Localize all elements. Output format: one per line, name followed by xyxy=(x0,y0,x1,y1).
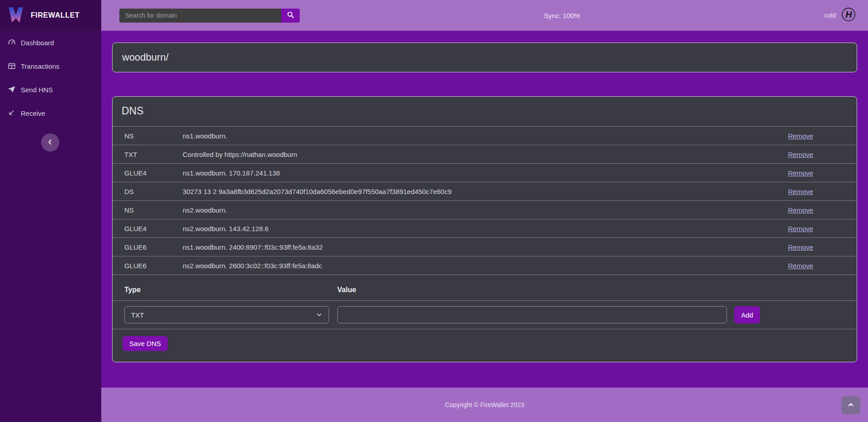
handshake-logo-icon[interactable]: H xyxy=(841,7,856,24)
record-remove-link[interactable]: Remove xyxy=(788,243,813,251)
svg-text:H: H xyxy=(845,9,852,19)
record-value: ns1.woodburn. 170.187.241.138 xyxy=(183,169,788,177)
record-remove-link[interactable]: Remove xyxy=(788,169,813,177)
sidebar-item-label: Dashboard xyxy=(21,39,54,47)
sidebar-item-receive[interactable]: Receive xyxy=(0,101,101,125)
record-remove-link[interactable]: Remove xyxy=(788,225,813,232)
firewallet-app: FIREWALLET Dashboard xyxy=(0,0,868,422)
record-remove-link[interactable]: Remove xyxy=(788,206,813,214)
dns-record-row: GLUE4 ns2.woodburn. 143.42.128.6 Remove xyxy=(113,219,857,238)
gauge-icon xyxy=(8,38,16,47)
record-value: 30273 13 2 9a3a8fb3d625d2a2073d740f10da6… xyxy=(183,188,788,195)
record-type: GLUE6 xyxy=(113,262,183,270)
record-type: GLUE6 xyxy=(113,243,183,251)
dns-panel-title: DNS xyxy=(113,97,857,127)
value-column-header: Value xyxy=(337,286,857,294)
record-value: ns1.woodburn. xyxy=(183,132,788,140)
firewallet-logo-icon xyxy=(6,5,25,26)
domain-search xyxy=(119,9,300,23)
search-input[interactable] xyxy=(119,9,281,23)
domain-title-panel: woodburn/ xyxy=(112,43,857,72)
record-type: GLUE4 xyxy=(113,225,183,232)
sidebar-item-label: Send HNS xyxy=(21,86,53,94)
footer: Copyright © FireWallet 2023 xyxy=(101,388,868,422)
topbar: Sync: 100% cold H xyxy=(101,0,868,31)
dns-record-row: NS ns2.woodburn. Remove xyxy=(113,201,857,219)
record-value: ns2.woodburn. 2600:3c02::f03c:93ff:fe5a:… xyxy=(183,262,788,270)
record-type: NS xyxy=(113,206,183,214)
record-value: ns1.woodburn. 2400:8907::f03c:93ff:fe5a:… xyxy=(183,243,788,251)
dns-form-header: Type Value xyxy=(113,275,857,301)
sidebar-nav: Dashboard Transactions S xyxy=(0,31,101,125)
record-value: ns2.woodburn. 143.42.128.6 xyxy=(183,225,788,232)
sidebar-item-transactions[interactable]: Transactions xyxy=(0,54,101,78)
record-remove-link[interactable]: Remove xyxy=(788,132,813,140)
table-icon xyxy=(8,62,16,70)
dns-record-row: NS ns1.woodburn. Remove xyxy=(113,127,857,145)
dns-record-row: GLUE6 ns2.woodburn. 2600:3c02::f03c:93ff… xyxy=(113,256,857,275)
save-dns-row: Save DNS xyxy=(113,329,857,362)
sidebar-item-dashboard[interactable]: Dashboard xyxy=(0,31,101,54)
record-type-select[interactable]: TXT xyxy=(124,306,329,323)
wallet-mode-badge: cold xyxy=(824,12,836,19)
chevron-left-icon xyxy=(46,138,55,148)
wallet-status: cold H xyxy=(824,7,856,24)
type-column-header: Type xyxy=(113,286,337,294)
dns-record-row: TXT Controlled by https://nathan.woodbur… xyxy=(113,145,857,164)
paper-plane-icon xyxy=(8,85,16,94)
sidebar-item-send-hns[interactable]: Send HNS xyxy=(0,78,101,101)
dns-record-row: GLUE6 ns1.woodburn. 2400:8907::f03c:93ff… xyxy=(113,238,857,256)
domain-title: woodburn/ xyxy=(122,52,169,63)
brand-name: FIREWALLET xyxy=(31,11,80,19)
record-remove-link[interactable]: Remove xyxy=(788,262,813,270)
dns-add-record-row: TXT Add xyxy=(113,301,857,329)
add-record-button[interactable]: Add xyxy=(734,306,760,323)
dns-record-row: DS 30273 13 2 9a3a8fb3d625d2a2073d740f10… xyxy=(113,182,857,201)
sidebar: FIREWALLET Dashboard xyxy=(0,0,101,422)
dns-record-row: GLUE4 ns1.woodburn. 170.187.241.138 Remo… xyxy=(113,164,857,182)
sidebar-collapse-button[interactable] xyxy=(41,133,59,152)
dns-records: NS ns1.woodburn. Remove TXT Controlled b… xyxy=(113,127,857,275)
record-type: TXT xyxy=(113,151,183,158)
sidebar-item-label: Transactions xyxy=(21,62,59,70)
arrow-down-left-icon xyxy=(8,109,16,117)
search-icon xyxy=(287,11,295,20)
record-type: GLUE4 xyxy=(113,169,183,177)
search-button[interactable] xyxy=(281,9,300,23)
sync-status: Sync: 100% xyxy=(544,12,580,19)
copyright-text: Copyright © FireWallet 2023 xyxy=(445,401,524,408)
main-column: Sync: 100% cold H woodburn/ DNS NS n xyxy=(101,0,868,422)
content: woodburn/ DNS NS ns1.woodburn. Remove TX… xyxy=(101,31,868,388)
scroll-to-top-button[interactable] xyxy=(841,396,860,414)
chevron-up-icon xyxy=(847,401,855,410)
dns-panel: DNS NS ns1.woodburn. Remove TXT Controll… xyxy=(112,96,857,362)
sidebar-item-label: Receive xyxy=(21,109,45,117)
record-type-select-wrap: TXT xyxy=(124,306,329,323)
record-type: DS xyxy=(113,188,183,195)
record-remove-link[interactable]: Remove xyxy=(788,151,813,158)
record-remove-link[interactable]: Remove xyxy=(788,188,813,195)
brand: FIREWALLET xyxy=(0,0,101,31)
record-value-input[interactable] xyxy=(337,306,727,323)
record-value: ns2.woodburn. xyxy=(183,206,788,214)
save-dns-button[interactable]: Save DNS xyxy=(123,336,168,351)
record-type: NS xyxy=(113,132,183,140)
record-value: Controlled by https://nathan.woodburn xyxy=(183,151,788,158)
